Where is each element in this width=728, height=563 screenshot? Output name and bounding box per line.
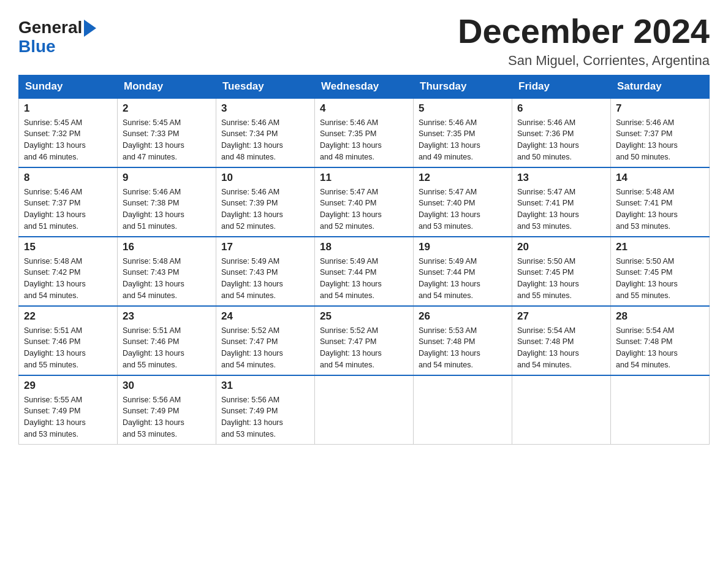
day-number: 16 [123,241,211,253]
day-info: Sunrise: 5:55 AM Sunset: 7:49 PM Dayligh… [24,394,112,440]
calendar-cell: 29 Sunrise: 5:55 AM Sunset: 7:49 PM Dayl… [19,375,118,445]
logo-text-blue: Blue [18,38,56,55]
calendar-cell: 13 Sunrise: 5:47 AM Sunset: 7:41 PM Dayl… [512,167,611,237]
day-number: 22 [24,310,112,323]
day-info: Sunrise: 5:45 AM Sunset: 7:32 PM Dayligh… [24,117,112,163]
calendar-cell: 27 Sunrise: 5:54 AM Sunset: 7:48 PM Dayl… [512,306,611,375]
calendar-cell [611,375,710,445]
day-number: 21 [616,241,704,253]
calendar-cell: 14 Sunrise: 5:48 AM Sunset: 7:41 PM Dayl… [611,167,710,237]
calendar-week-5: 29 Sunrise: 5:55 AM Sunset: 7:49 PM Dayl… [19,375,710,445]
day-info: Sunrise: 5:46 AM Sunset: 7:36 PM Dayligh… [517,117,605,163]
day-info: Sunrise: 5:54 AM Sunset: 7:48 PM Dayligh… [616,325,704,371]
day-info: Sunrise: 5:46 AM Sunset: 7:37 PM Dayligh… [24,186,112,232]
day-info: Sunrise: 5:46 AM Sunset: 7:38 PM Dayligh… [123,186,211,232]
day-number: 24 [221,310,309,323]
day-info: Sunrise: 5:54 AM Sunset: 7:48 PM Dayligh… [517,325,605,371]
weekday-header-sunday: Sunday [19,75,118,98]
day-info: Sunrise: 5:56 AM Sunset: 7:49 PM Dayligh… [123,394,211,440]
calendar-cell: 25 Sunrise: 5:52 AM Sunset: 7:47 PM Dayl… [315,306,414,375]
page-header: General Blue December 2024 San Miguel, C… [18,12,710,69]
weekday-header-friday: Friday [512,75,611,98]
calendar-cell: 26 Sunrise: 5:53 AM Sunset: 7:48 PM Dayl… [414,306,512,375]
logo: General Blue [18,18,96,55]
day-number: 1 [24,102,112,115]
day-number: 30 [123,380,211,392]
day-info: Sunrise: 5:49 AM Sunset: 7:43 PM Dayligh… [221,256,309,302]
weekday-header-saturday: Saturday [611,75,710,98]
calendar-week-1: 1 Sunrise: 5:45 AM Sunset: 7:32 PM Dayli… [19,98,710,167]
day-number: 13 [517,172,605,184]
calendar-cell: 28 Sunrise: 5:54 AM Sunset: 7:48 PM Dayl… [611,306,710,375]
calendar-cell: 3 Sunrise: 5:46 AM Sunset: 7:34 PM Dayli… [216,98,315,167]
calendar-cell [315,375,414,445]
day-info: Sunrise: 5:51 AM Sunset: 7:46 PM Dayligh… [123,325,211,371]
day-info: Sunrise: 5:53 AM Sunset: 7:48 PM Dayligh… [419,325,507,371]
day-number: 29 [24,380,112,392]
day-number: 20 [517,241,605,253]
day-number: 23 [123,310,211,323]
calendar-cell: 1 Sunrise: 5:45 AM Sunset: 7:32 PM Dayli… [19,98,118,167]
day-number: 19 [419,241,507,253]
calendar-cell: 31 Sunrise: 5:56 AM Sunset: 7:49 PM Dayl… [216,375,315,445]
day-info: Sunrise: 5:49 AM Sunset: 7:44 PM Dayligh… [320,256,408,302]
day-number: 4 [320,102,408,115]
day-info: Sunrise: 5:47 AM Sunset: 7:40 PM Dayligh… [320,186,408,232]
day-info: Sunrise: 5:46 AM Sunset: 7:35 PM Dayligh… [320,117,408,163]
day-info: Sunrise: 5:47 AM Sunset: 7:41 PM Dayligh… [517,186,605,232]
calendar-cell: 16 Sunrise: 5:48 AM Sunset: 7:43 PM Dayl… [118,237,216,306]
day-info: Sunrise: 5:46 AM Sunset: 7:35 PM Dayligh… [419,117,507,163]
calendar-cell [512,375,611,445]
weekday-header-wednesday: Wednesday [315,75,414,98]
day-info: Sunrise: 5:52 AM Sunset: 7:47 PM Dayligh… [320,325,408,371]
weekday-header-row: SundayMondayTuesdayWednesdayThursdayFrid… [19,75,710,98]
calendar-week-4: 22 Sunrise: 5:51 AM Sunset: 7:46 PM Dayl… [19,306,710,375]
day-number: 31 [221,380,309,392]
calendar-cell: 22 Sunrise: 5:51 AM Sunset: 7:46 PM Dayl… [19,306,118,375]
day-info: Sunrise: 5:51 AM Sunset: 7:46 PM Dayligh… [24,325,112,371]
day-info: Sunrise: 5:48 AM Sunset: 7:42 PM Dayligh… [24,256,112,302]
day-number: 28 [616,310,704,323]
calendar-cell: 12 Sunrise: 5:47 AM Sunset: 7:40 PM Dayl… [414,167,512,237]
day-number: 3 [221,102,309,115]
title-block: December 2024 San Miguel, Corrientes, Ar… [458,12,710,69]
day-info: Sunrise: 5:46 AM Sunset: 7:37 PM Dayligh… [616,117,704,163]
day-number: 27 [517,310,605,323]
calendar-week-2: 8 Sunrise: 5:46 AM Sunset: 7:37 PM Dayli… [19,167,710,237]
day-info: Sunrise: 5:49 AM Sunset: 7:44 PM Dayligh… [419,256,507,302]
weekday-header-thursday: Thursday [414,75,512,98]
calendar-cell: 15 Sunrise: 5:48 AM Sunset: 7:42 PM Dayl… [19,237,118,306]
day-number: 10 [221,172,309,184]
day-number: 5 [419,102,507,115]
calendar-cell: 18 Sunrise: 5:49 AM Sunset: 7:44 PM Dayl… [315,237,414,306]
calendar-body: 1 Sunrise: 5:45 AM Sunset: 7:32 PM Dayli… [19,98,710,445]
calendar-cell: 7 Sunrise: 5:46 AM Sunset: 7:37 PM Dayli… [611,98,710,167]
calendar-cell: 11 Sunrise: 5:47 AM Sunset: 7:40 PM Dayl… [315,167,414,237]
location-subtitle: San Miguel, Corrientes, Argentina [458,53,710,69]
day-info: Sunrise: 5:52 AM Sunset: 7:47 PM Dayligh… [221,325,309,371]
day-number: 15 [24,241,112,253]
day-number: 12 [419,172,507,184]
calendar-cell: 5 Sunrise: 5:46 AM Sunset: 7:35 PM Dayli… [414,98,512,167]
day-number: 25 [320,310,408,323]
calendar-cell: 30 Sunrise: 5:56 AM Sunset: 7:49 PM Dayl… [118,375,216,445]
calendar-cell: 10 Sunrise: 5:46 AM Sunset: 7:39 PM Dayl… [216,167,315,237]
calendar-cell: 20 Sunrise: 5:50 AM Sunset: 7:45 PM Dayl… [512,237,611,306]
calendar-cell: 23 Sunrise: 5:51 AM Sunset: 7:46 PM Dayl… [118,306,216,375]
calendar-cell: 2 Sunrise: 5:45 AM Sunset: 7:33 PM Dayli… [118,98,216,167]
day-number: 8 [24,172,112,184]
day-number: 9 [123,172,211,184]
day-number: 26 [419,310,507,323]
logo-text-general: General [18,19,82,36]
calendar-table: SundayMondayTuesdayWednesdayThursdayFrid… [18,75,710,445]
day-number: 18 [320,241,408,253]
calendar-cell: 24 Sunrise: 5:52 AM Sunset: 7:47 PM Dayl… [216,306,315,375]
calendar-cell: 17 Sunrise: 5:49 AM Sunset: 7:43 PM Dayl… [216,237,315,306]
calendar-cell: 6 Sunrise: 5:46 AM Sunset: 7:36 PM Dayli… [512,98,611,167]
day-info: Sunrise: 5:45 AM Sunset: 7:33 PM Dayligh… [123,117,211,163]
calendar-cell [414,375,512,445]
day-number: 11 [320,172,408,184]
day-info: Sunrise: 5:47 AM Sunset: 7:40 PM Dayligh… [419,186,507,232]
day-info: Sunrise: 5:50 AM Sunset: 7:45 PM Dayligh… [616,256,704,302]
day-number: 14 [616,172,704,184]
